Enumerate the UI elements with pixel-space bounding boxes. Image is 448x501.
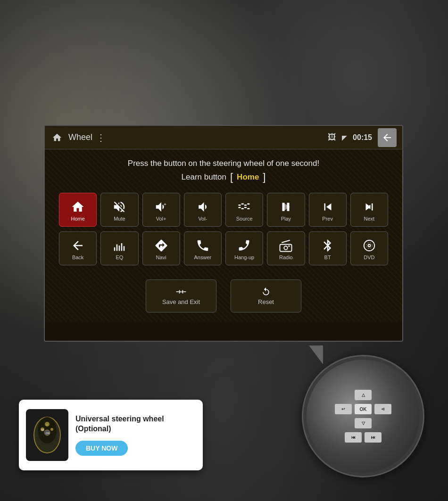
svg-text:+: + — [164, 201, 166, 206]
image-icon: 🖼 — [328, 132, 336, 142]
btn-dvd-label: DVD — [364, 255, 374, 260]
svg-rect-8 — [247, 208, 249, 209]
wheel-btn-row-mid: ↩ OK ⊲ — [335, 404, 391, 414]
btn-play[interactable]: Play — [267, 193, 305, 227]
btn-bt[interactable]: BT — [309, 231, 347, 265]
btn-prev[interactable]: Prev — [309, 193, 347, 227]
wheel-circle-image: △ ↩ OK ⊲ ▽ ⏮ ⏭ — [302, 355, 424, 477]
btn-source[interactable]: Source — [225, 193, 263, 227]
panel-topbar: Wheel ⋮ 🖼 ◤ 00:15 — [45, 126, 402, 149]
bracket-open: [ — [230, 171, 233, 183]
btn-radio[interactable]: Radio — [267, 231, 305, 265]
btn-answer-label: Answer — [194, 255, 212, 260]
svg-rect-6 — [241, 208, 244, 209]
card-text: Universal steering wheel(Optional) BUY N… — [75, 414, 196, 456]
svg-rect-11 — [119, 246, 120, 251]
svg-point-15 — [284, 246, 288, 250]
wheel-btn-row-bot: ▽ — [355, 418, 372, 428]
btn-home[interactable]: Home — [59, 193, 97, 227]
signal-icon: ◤ — [342, 134, 347, 141]
bracket-close: ] — [263, 171, 265, 183]
btn-navi-label: Navi — [156, 255, 166, 260]
main-panel: Wheel ⋮ 🖼 ◤ 00:15 Press the button on th… — [44, 125, 403, 342]
wheel-visual-btn-6: ⏭ — [365, 432, 382, 443]
wheel-btn-row-top: △ — [355, 390, 372, 400]
panel-content: Press the button on the steering wheel o… — [45, 149, 402, 322]
svg-point-19 — [366, 242, 373, 248]
btn-vol-minus[interactable]: Vol- — [184, 193, 222, 227]
info-card: + M OK Universal steering wheel(Optional… — [19, 400, 203, 470]
wheel-inner: △ ↩ OK ⊲ ▽ ⏮ ⏭ — [307, 360, 420, 473]
learn-label: Learn button — [182, 172, 226, 182]
wheel-visual-btn-2: ↩ — [335, 404, 352, 414]
svg-text:M: M — [41, 428, 44, 431]
save-exit-label: Save and Exit — [162, 298, 200, 305]
save-exit-button[interactable]: Save and Exit — [146, 279, 216, 312]
panel-title: Wheel — [68, 132, 92, 142]
reset-label: Reset — [258, 298, 274, 305]
svg-point-18 — [368, 244, 370, 246]
wheel-visual-btn-ok: OK — [355, 404, 372, 414]
svg-point-17 — [364, 240, 375, 251]
wheel-btn-row-bottom: ⏮ ⏭ — [345, 432, 382, 443]
wheel-buttons-visual: △ ↩ OK ⊲ ▽ ⏮ ⏭ — [335, 390, 391, 443]
svg-rect-9 — [114, 247, 116, 251]
svg-rect-4 — [247, 203, 249, 205]
svg-rect-2 — [241, 203, 244, 205]
btn-play-label: Play — [281, 216, 291, 222]
topbar-right: 🖼 ◤ 00:15 — [328, 128, 397, 147]
wheel-visual-btn-3: ⊲ — [374, 404, 391, 414]
btn-hangup[interactable]: Hang-up — [225, 231, 263, 265]
svg-point-28 — [50, 428, 53, 431]
svg-rect-5 — [239, 207, 241, 208]
svg-rect-10 — [116, 244, 118, 251]
btn-vol-plus-label: Vol+ — [156, 216, 166, 222]
svg-rect-12 — [121, 243, 123, 251]
btn-source-label: Source — [236, 216, 253, 222]
button-grid-row2: Back EQ Navi Answer — [59, 231, 388, 265]
svg-rect-3 — [244, 205, 247, 206]
svg-text:+: + — [46, 423, 48, 426]
btn-navi[interactable]: Navi — [142, 231, 180, 265]
menu-dots[interactable]: ⋮ — [96, 132, 106, 143]
btn-answer[interactable]: Answer — [184, 231, 222, 265]
card-title: Universal steering wheel(Optional) — [75, 414, 196, 434]
svg-rect-16 — [288, 246, 290, 247]
learn-row: Learn button [ Home ] — [59, 171, 388, 183]
instruction-text: Press the button on the steering wheel o… — [59, 159, 388, 168]
btn-mute[interactable]: Mute — [100, 193, 138, 227]
btn-back[interactable]: Back — [59, 231, 97, 265]
svg-rect-13 — [124, 246, 125, 251]
btn-next-label: Next — [364, 216, 375, 222]
btn-mute-label: Mute — [114, 216, 125, 222]
btn-vol-plus[interactable]: + Vol+ — [142, 193, 180, 227]
btn-vol-minus-label: Vol- — [198, 216, 207, 222]
triangle-decoration — [309, 345, 323, 364]
wheel-visual-btn-4: ▽ — [355, 418, 372, 428]
device-image: + M OK — [26, 409, 68, 461]
reset-button[interactable]: Reset — [231, 279, 301, 312]
btn-prev-label: Prev — [322, 216, 333, 222]
btn-hangup-label: Hang-up — [234, 255, 254, 260]
svg-rect-14 — [280, 244, 292, 251]
back-button[interactable] — [378, 128, 397, 147]
buy-now-button[interactable]: BUY NOW — [75, 441, 128, 456]
btn-dvd[interactable]: DVD — [350, 231, 388, 265]
home-icon — [50, 132, 64, 143]
btn-eq-label: EQ — [116, 255, 123, 260]
btn-bt-label: BT — [324, 255, 331, 260]
btn-radio-label: Radio — [279, 255, 293, 260]
btn-back-label: Back — [72, 255, 83, 260]
btn-eq[interactable]: EQ — [100, 231, 138, 265]
btn-home-label: Home — [71, 216, 84, 222]
svg-text:OK: OK — [46, 432, 50, 435]
wheel-visual-btn-1: △ — [355, 390, 372, 400]
svg-rect-1 — [239, 205, 241, 206]
clock-display: 00:15 — [353, 133, 372, 142]
current-button-name: Home — [237, 172, 259, 182]
wheel-visual-btn-5: ⏮ — [345, 432, 362, 443]
svg-rect-7 — [244, 207, 247, 208]
button-grid-row1: Home Mute + Vol+ Vol- — [59, 193, 388, 227]
btn-next[interactable]: Next — [350, 193, 388, 227]
action-row: Save and Exit Reset — [59, 275, 388, 315]
